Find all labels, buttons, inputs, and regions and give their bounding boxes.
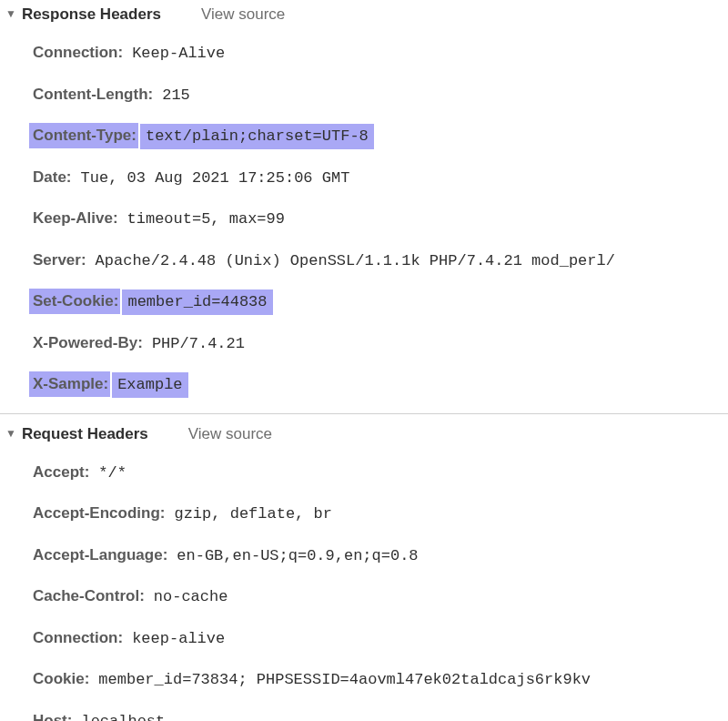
header-name: Server [29, 248, 88, 273]
header-value: gzip, deflate, br [168, 502, 337, 527]
header-name: X-Sample [29, 371, 110, 397]
header-name: Accept-Language [29, 543, 169, 568]
header-value: text/plain;charset=UTF-8 [140, 124, 374, 149]
header-row[interactable]: DateTue, 03 Aug 2021 17:25:06 GMT [0, 157, 728, 199]
collapse-triangle-icon[interactable]: ▼ [5, 7, 16, 20]
request-headers-title: Request Headers [22, 425, 148, 443]
header-row[interactable]: Set-Cookiemember_id=44838 [0, 281, 728, 323]
header-name: Connection [29, 625, 125, 651]
header-value: Keep-Alive [126, 41, 230, 66]
header-value: keep-alive [126, 626, 230, 652]
header-row[interactable]: Cache-Controlno-cache [0, 576, 728, 618]
header-name: Host [29, 708, 74, 722]
header-value: timeout=5, max=99 [122, 207, 290, 232]
header-name: Cookie [29, 666, 91, 692]
header-value: en-GB,en-US;q=0.9,en;q=0.8 [171, 543, 423, 569]
header-value: localhost [76, 709, 170, 722]
header-value: 215 [157, 83, 196, 108]
collapse-triangle-icon[interactable]: ▼ [5, 427, 16, 440]
header-value: member_id=73834; PHPSESSID=4aovml47ek02t… [93, 667, 596, 693]
header-name: Accept-Encoding [29, 501, 167, 526]
header-name: Cache-Control [29, 584, 147, 609]
request-headers-title-row[interactable]: ▼ Request Headers View source [0, 420, 728, 452]
header-row[interactable]: Content-Typetext/plain;charset=UTF-8 [0, 116, 728, 157]
header-row[interactable]: X-SampleExample [0, 364, 728, 406]
response-headers-section: ▼ Response Headers View source Connectio… [0, 0, 728, 410]
header-row[interactable]: Accept-Encodinggzip, deflate, br [0, 493, 728, 535]
header-row[interactable]: X-Powered-ByPHP/7.4.21 [0, 323, 728, 365]
header-row[interactable]: Accept*/* [0, 452, 728, 494]
response-headers-list: ConnectionKeep-AliveContent-Length215Con… [0, 33, 728, 406]
header-row[interactable]: Hostlocalhost [0, 701, 728, 722]
header-row[interactable]: Connectionkeep-alive [0, 618, 728, 660]
header-value: Example [112, 372, 187, 398]
section-divider [0, 413, 728, 414]
response-headers-title-row[interactable]: ▼ Response Headers View source [0, 0, 728, 33]
header-name: Content-Length [29, 82, 155, 107]
header-row[interactable]: Keep-Alivetimeout=5, max=99 [0, 198, 728, 240]
header-value: */* [93, 461, 132, 486]
header-value: member_id=44838 [122, 289, 272, 315]
header-value: Tue, 03 Aug 2021 17:25:06 GMT [76, 166, 356, 191]
view-source-link[interactable]: View source [201, 5, 285, 24]
header-value: PHP/7.4.21 [147, 331, 250, 357]
header-value: Apache/2.4.48 (Unix) OpenSSL/1.1.1k PHP/… [90, 249, 621, 274]
header-name: Set-Cookie [29, 289, 120, 314]
response-headers-title: Response Headers [22, 5, 161, 24]
header-row[interactable]: Content-Length215 [0, 75, 728, 117]
header-name: X-Powered-By [29, 330, 145, 356]
header-row[interactable]: Accept-Languageen-GB,en-US;q=0.9,en;q=0.… [0, 535, 728, 577]
request-headers-section: ▼ Request Headers View source Accept*/*A… [0, 420, 728, 722]
header-name: Keep-Alive [29, 206, 120, 231]
request-headers-list: Accept*/*Accept-Encodinggzip, deflate, b… [0, 452, 728, 722]
header-row[interactable]: ConnectionKeep-Alive [0, 33, 728, 75]
header-row[interactable]: Cookiemember_id=73834; PHPSESSID=4aovml4… [0, 659, 728, 701]
header-name: Accept [29, 460, 91, 485]
header-value: no-cache [148, 584, 234, 610]
view-source-link[interactable]: View source [188, 425, 272, 443]
header-name: Date [29, 165, 74, 190]
header-row[interactable]: ServerApache/2.4.48 (Unix) OpenSSL/1.1.1… [0, 240, 728, 282]
header-name: Content-Type [29, 123, 138, 148]
header-name: Connection [29, 40, 125, 66]
